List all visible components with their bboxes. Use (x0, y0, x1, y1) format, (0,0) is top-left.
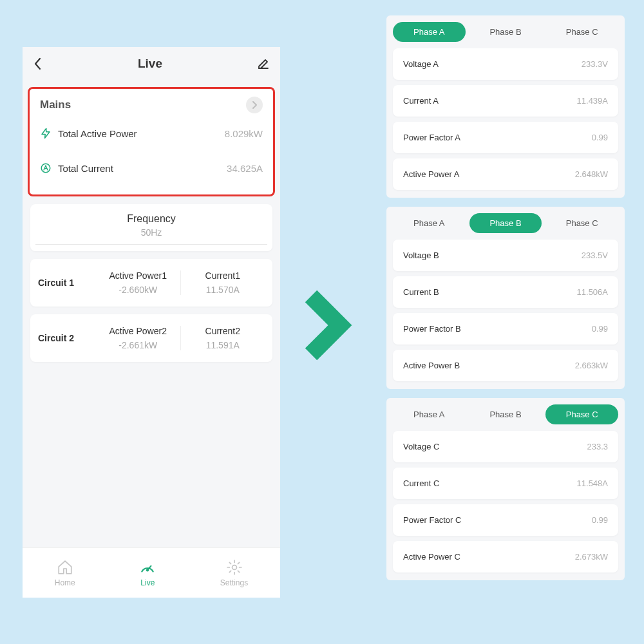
active-power-c-label: Active Power C (403, 552, 460, 562)
chevron-right-icon (251, 101, 258, 109)
tab-phase-a[interactable]: Phase A (393, 404, 466, 424)
power-factor-b-row: Power Factor B 0.99 (393, 313, 618, 345)
circuit-2-current-label: Current2 (181, 326, 265, 336)
active-power-a-value: 2.648kW (575, 169, 608, 179)
voltage-b-label: Voltage B (403, 251, 439, 260)
mains-title: Mains (40, 99, 71, 111)
total-current-value: 34.625A (227, 163, 263, 174)
current-b-row: Current B 11.506A (393, 276, 618, 308)
divider (35, 244, 267, 245)
tab-phase-b[interactable]: Phase B (469, 404, 542, 424)
tab-phase-a[interactable]: Phase A (393, 213, 466, 233)
nav-settings-label: Settings (220, 578, 248, 587)
circuit-1-card[interactable]: Circuit 1 Active Power1 -2.660kW Current… (30, 259, 272, 307)
page-title: Live (138, 57, 162, 71)
circuit-1-current-label: Current1 (181, 270, 265, 281)
nav-settings[interactable]: Settings (220, 559, 248, 587)
frequency-value: 50Hz (30, 227, 272, 238)
current-a-row: Current A 11.439A (393, 85, 618, 117)
tab-phase-b[interactable]: Phase B (469, 213, 542, 233)
current-b-label: Current B (403, 287, 439, 297)
current-b-value: 11.506A (577, 287, 608, 297)
active-power-a-row: Active Power A 2.648kW (393, 158, 618, 190)
voltage-a-label: Voltage A (403, 59, 439, 69)
power-factor-c-value: 0.99 (592, 515, 608, 525)
frequency-label: Frequency (30, 213, 272, 225)
total-active-power-value: 8.029kW (225, 128, 263, 139)
circuit-1-active-power-value: -2.660kW (96, 285, 180, 295)
gauge-icon (139, 559, 156, 576)
mains-card-highlighted[interactable]: Mains Total Active Power 8.029kW (28, 87, 275, 196)
circuit-2-active-power-label: Active Power2 (96, 326, 180, 336)
total-current-label: Total Current (58, 163, 113, 174)
edit-button[interactable] (257, 57, 270, 70)
voltage-c-label: Voltage C (403, 442, 439, 451)
circuit-2-card[interactable]: Circuit 2 Active Power2 -2.661kW Current… (30, 314, 272, 362)
power-factor-a-value: 0.99 (592, 133, 608, 142)
nav-live[interactable]: Live (139, 559, 156, 587)
power-factor-b-label: Power Factor B (403, 324, 461, 334)
phase-a-panel: Phase A Phase B Phase C Voltage A 233.3V… (386, 15, 625, 198)
phone-body: Mains Total Active Power 8.029kW (23, 80, 280, 547)
bolt-icon (40, 128, 52, 139)
mains-header: Mains (32, 97, 270, 116)
phase-c-tabs: Phase A Phase B Phase C (393, 404, 618, 424)
current-c-row: Current C 11.548A (393, 468, 618, 499)
active-power-a-label: Active Power A (403, 169, 459, 179)
voltage-c-row: Voltage C 233.3 (393, 431, 618, 462)
chevron-right-large-icon (301, 290, 353, 361)
phase-b-panel: Phase A Phase B Phase C Voltage B 233.5V… (386, 207, 625, 389)
nav-home[interactable]: Home (55, 559, 75, 587)
tab-phase-c[interactable]: Phase C (545, 22, 618, 42)
home-icon (57, 559, 73, 576)
voltage-c-value: 233.3 (587, 442, 608, 451)
back-button[interactable] (33, 57, 43, 70)
nav-home-label: Home (55, 578, 75, 587)
phase-c-panel: Phase A Phase B Phase C Voltage C 233.3 … (386, 398, 625, 580)
active-power-c-row: Active Power C 2.673kW (393, 541, 618, 573)
circuit-1-name: Circuit 1 (38, 278, 96, 288)
circuit-2-current-value: 11.591A (181, 340, 265, 350)
active-power-b-row: Active Power B 2.663kW (393, 350, 618, 381)
flow-arrow (301, 290, 353, 363)
voltage-b-row: Voltage B 233.5V (393, 240, 618, 271)
phone-header: Live (23, 47, 280, 80)
chevron-left-icon (33, 57, 43, 70)
tab-phase-c[interactable]: Phase C (545, 213, 618, 233)
current-a-value: 11.439A (577, 96, 608, 106)
power-factor-a-label: Power Factor A (403, 133, 460, 142)
bottom-nav: Home Live Settings (23, 547, 280, 598)
tab-phase-a[interactable]: Phase A (393, 22, 466, 42)
active-power-b-value: 2.663kW (575, 361, 608, 370)
total-active-power-row: Total Active Power 8.029kW (32, 116, 270, 151)
phase-panels: Phase A Phase B Phase C Voltage A 233.3V… (386, 15, 625, 580)
current-c-value: 11.548A (577, 478, 608, 488)
phase-b-tabs: Phase A Phase B Phase C (393, 213, 618, 233)
pencil-icon (257, 57, 270, 70)
current-a-label: Current A (403, 96, 439, 106)
gear-icon (226, 559, 243, 576)
total-active-power-label: Total Active Power (58, 128, 137, 139)
nav-live-label: Live (140, 578, 155, 587)
svg-point-4 (232, 565, 236, 569)
tab-phase-b[interactable]: Phase B (469, 22, 542, 42)
circuit-2-active-power-value: -2.661kW (96, 340, 180, 350)
power-factor-a-row: Power Factor A 0.99 (393, 122, 618, 153)
tab-phase-c[interactable]: Phase C (545, 404, 618, 424)
current-c-label: Current C (403, 478, 439, 488)
power-factor-b-value: 0.99 (592, 324, 608, 334)
active-power-c-value: 2.673kW (575, 552, 608, 562)
total-current-row: Total Current 34.625A (32, 151, 270, 185)
power-factor-c-label: Power Factor C (403, 515, 461, 525)
voltage-a-value: 233.3V (582, 59, 608, 69)
active-power-b-label: Active Power B (403, 361, 460, 370)
circuit-2-name: Circuit 2 (38, 333, 96, 343)
frequency-card: Frequency 50Hz (30, 204, 272, 251)
circuit-1-current-value: 11.570A (181, 285, 265, 295)
circuit-1-active-power-label: Active Power1 (96, 270, 180, 281)
voltage-a-row: Voltage A 233.3V (393, 48, 618, 80)
mains-detail-button[interactable] (246, 97, 263, 113)
voltage-b-value: 233.5V (582, 251, 608, 260)
phase-a-tabs: Phase A Phase B Phase C (393, 22, 618, 42)
phone-screen: Live Mains (23, 47, 280, 598)
